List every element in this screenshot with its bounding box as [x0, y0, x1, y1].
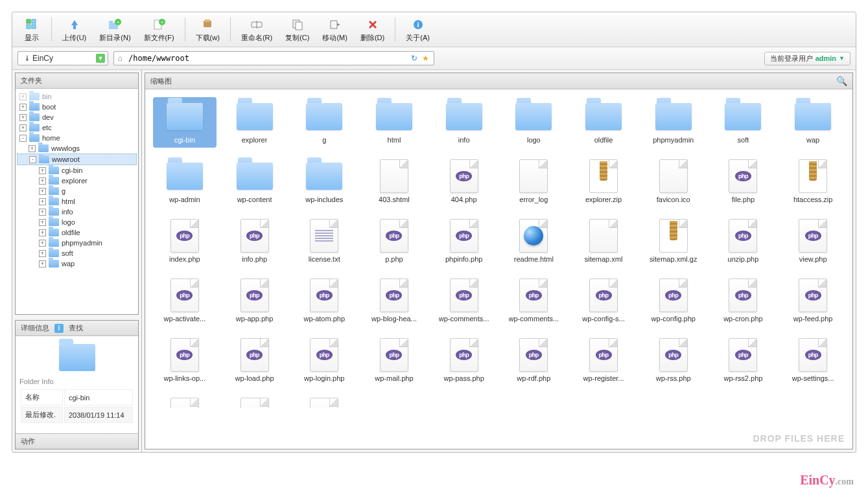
star-icon[interactable]: ★: [421, 53, 431, 63]
tree-node-dev[interactable]: +dev: [17, 112, 137, 122]
thumb-item[interactable]: favicon.ico: [642, 157, 705, 207]
thumb-item[interactable]: phpp.php: [362, 216, 426, 267]
expand-icon[interactable]: +: [39, 250, 46, 257]
rename-button[interactable]: 重命名(R): [235, 15, 279, 44]
tree-node-phpmyadmin[interactable]: +phpmyadmin: [17, 238, 137, 248]
thumb-item[interactable]: phpwp-config.php: [642, 276, 705, 326]
thumb-item[interactable]: php: [153, 395, 217, 408]
thumb-item[interactable]: phpwp-pass.php: [432, 335, 496, 386]
thumb-item[interactable]: phpwp-login.php: [292, 335, 356, 386]
expand-icon[interactable]: +: [39, 177, 46, 185]
thumb-item[interactable]: phpwp-rss.php: [642, 335, 705, 386]
tree-node-wwwlogs[interactable]: +wwwlogs: [17, 143, 137, 154]
thumb-item[interactable]: phpmyadmin: [642, 97, 705, 148]
thumb-item[interactable]: phpwp-settings...: [781, 335, 845, 386]
thumb-item[interactable]: readme.html: [502, 216, 565, 267]
thumb-item[interactable]: phpwp-comments...: [502, 276, 565, 326]
expand-icon[interactable]: +: [19, 114, 27, 121]
thumb-item[interactable]: phpwp-activate...: [153, 276, 217, 326]
detail-actions-header[interactable]: 动作: [16, 433, 138, 449]
expand-icon[interactable]: +: [19, 93, 27, 100]
thumb-item[interactable]: explorer.zip: [572, 157, 635, 207]
profile-dropdown[interactable]: 🌡 EinCy ▼: [18, 51, 108, 65]
thumb-item[interactable]: phpwp-rdf.php: [502, 335, 565, 386]
thumb-item[interactable]: phpwp-feed.php: [781, 276, 845, 326]
tree-node-g[interactable]: +g: [17, 186, 137, 196]
thumb-item[interactable]: htaccess.zip: [781, 157, 845, 207]
thumb-item[interactable]: error_log: [502, 157, 565, 207]
zoom-icon[interactable]: 🔍: [836, 76, 847, 86]
tree-node-home[interactable]: -home: [17, 133, 137, 143]
thumb-item[interactable]: php: [223, 395, 287, 408]
tree-node-etc[interactable]: +etc: [17, 122, 137, 133]
about-button[interactable]: i 关于(A): [399, 15, 436, 44]
thumb-item[interactable]: info: [432, 97, 496, 148]
delete-button[interactable]: 删除(D): [354, 15, 391, 44]
tree-node-boot[interactable]: +boot: [17, 102, 137, 112]
show-button[interactable]: 显示: [16, 15, 47, 44]
thumb-item[interactable]: logo: [502, 97, 565, 148]
thumb-item[interactable]: phpwp-cron.php: [712, 276, 775, 326]
thumb-item[interactable]: explorer: [223, 97, 287, 148]
thumb-item[interactable]: html: [362, 97, 426, 148]
thumb-item[interactable]: wp-admin: [153, 157, 217, 207]
tree-node-logo[interactable]: +logo: [17, 217, 137, 227]
refresh-icon[interactable]: ↻: [409, 53, 419, 63]
thumb-item[interactable]: phpfile.php: [712, 157, 775, 207]
expand-icon[interactable]: +: [39, 229, 46, 236]
thumb-item[interactable]: phpwp-app.php: [223, 276, 287, 326]
expand-icon[interactable]: +: [19, 124, 27, 131]
thumb-item[interactable]: phpunzip.php: [712, 216, 775, 267]
expand-icon[interactable]: +: [39, 240, 46, 247]
thumb-item[interactable]: phpphpinfo.php: [432, 216, 496, 267]
user-menu[interactable]: 当前登录用户 admin ▼: [764, 52, 850, 65]
tree-node-explorer[interactable]: +explorer: [17, 176, 137, 186]
tree-node-cgi-bin[interactable]: +cgi-bin: [17, 165, 137, 176]
tree-node-info[interactable]: +info: [17, 207, 137, 217]
thumb-item[interactable]: phpwp-config-s...: [572, 276, 635, 326]
thumb-item[interactable]: license.txt: [292, 216, 356, 267]
copy-button[interactable]: 复制(C): [279, 15, 316, 44]
expand-icon[interactable]: +: [29, 145, 36, 152]
expand-icon[interactable]: +: [19, 104, 27, 111]
home-icon[interactable]: ⌂: [114, 54, 126, 63]
path-input[interactable]: [126, 54, 406, 63]
newfile-button[interactable]: + 新文件(F): [137, 15, 181, 44]
thumb-item[interactable]: wp-includes: [292, 157, 356, 207]
detail-tab-find[interactable]: 查找: [69, 323, 83, 333]
thumb-item[interactable]: sitemap.xml: [572, 216, 635, 267]
thumb-item[interactable]: sitemap.xml.gz: [642, 216, 705, 267]
thumb-item[interactable]: phpview.php: [781, 216, 845, 267]
thumb-item[interactable]: soft: [712, 97, 775, 148]
download-button[interactable]: 下载(w): [189, 15, 226, 44]
thumb-item[interactable]: phpwp-atom.php: [292, 276, 356, 326]
tree-node-bin[interactable]: +bin: [17, 91, 137, 102]
thumb-item[interactable]: phpwp-blog-hea...: [362, 276, 426, 326]
thumb-item[interactable]: phpwp-load.php: [223, 335, 287, 386]
thumb-item[interactable]: phpwp-comments...: [432, 276, 496, 326]
tree-node-oldfile[interactable]: +oldfile: [17, 227, 137, 238]
move-button[interactable]: 移动(M): [316, 15, 354, 44]
thumb-item[interactable]: phpindex.php: [153, 216, 217, 267]
tree-node-html[interactable]: +html: [17, 196, 137, 207]
folder-tree[interactable]: +bin+boot+dev+etc-home+wwwlogs-wwwroot+c…: [16, 89, 138, 271]
upload-button[interactable]: 上传(U): [56, 15, 93, 44]
thumb-item[interactable]: g: [292, 97, 356, 148]
thumb-item[interactable]: phpwp-mail.php: [362, 335, 426, 386]
thumb-item[interactable]: php404.php: [432, 157, 496, 207]
thumb-item[interactable]: phpinfo.php: [223, 216, 287, 267]
thumb-item[interactable]: 403.shtml: [362, 157, 426, 207]
expand-icon[interactable]: -: [29, 156, 36, 163]
expand-icon[interactable]: +: [39, 260, 46, 267]
expand-icon[interactable]: +: [39, 209, 46, 216]
thumb-item[interactable]: phpwp-register...: [572, 335, 635, 386]
tree-node-soft[interactable]: +soft: [17, 248, 137, 258]
newdir-button[interactable]: + 新目录(N): [93, 15, 137, 44]
thumb-item[interactable]: wp-content: [223, 157, 287, 207]
thumb-item[interactable]: php: [292, 395, 356, 408]
expand-icon[interactable]: +: [39, 188, 46, 195]
expand-icon[interactable]: +: [39, 167, 46, 174]
thumb-item[interactable]: oldfile: [572, 97, 635, 148]
expand-icon[interactable]: +: [39, 198, 46, 205]
expand-icon[interactable]: -: [19, 135, 27, 142]
